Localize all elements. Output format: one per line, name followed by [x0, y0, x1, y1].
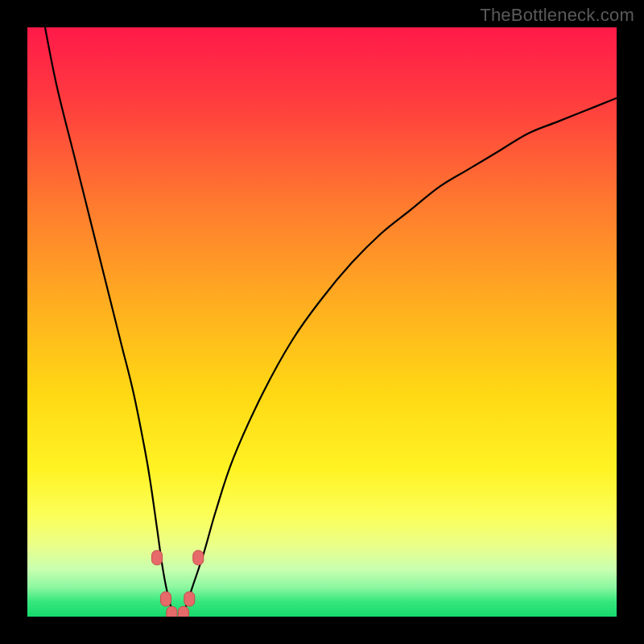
plot-area — [27, 27, 617, 617]
data-marker — [167, 606, 177, 617]
data-marker — [193, 551, 204, 565]
data-marker — [152, 551, 163, 565]
attribution-text: TheBottleneck.com — [480, 5, 634, 26]
data-marker — [161, 592, 171, 606]
data-marker — [184, 592, 195, 606]
data-marker — [178, 606, 188, 617]
chart-frame: TheBottleneck.com — [0, 0, 644, 644]
marker-layer — [27, 27, 617, 617]
